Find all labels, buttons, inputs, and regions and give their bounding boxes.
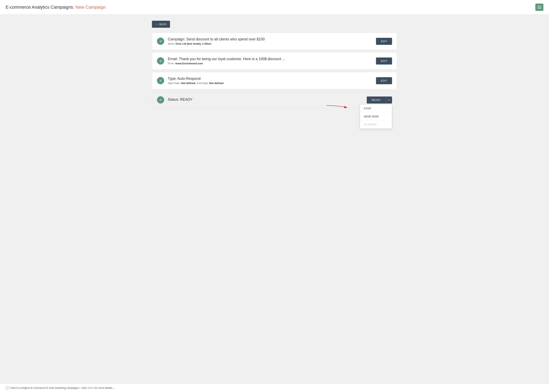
- campaign-check-icon: [157, 38, 164, 45]
- footer-text: How to configure E-commerce E-mail marke…: [10, 386, 87, 389]
- main-content: ← BACK Campaign: Send discount to all cl…: [144, 15, 405, 117]
- email-card: Email: Thank you for being our loyal cus…: [152, 52, 397, 70]
- status-card: Status: READY READY ▾ STOP SEND N: [152, 92, 397, 108]
- email-card-content: Email: Thank you for being our loyal cus…: [168, 57, 372, 65]
- type-check-icon: [157, 77, 164, 84]
- footer-link[interactable]: here: [88, 386, 93, 389]
- footer-suffix: for more details...: [94, 386, 114, 389]
- app-header: E-commerce Analytics Campaigns: New Camp…: [0, 0, 549, 15]
- activate-label: ACTIVATE: [364, 123, 377, 126]
- email-title: Email: Thank you for being our loyal cus…: [168, 57, 372, 61]
- status-card-content: Status: READY: [168, 98, 363, 103]
- email-check-icon: [157, 57, 164, 64]
- title-accent: New Campaign: [75, 5, 105, 10]
- ready-button-group: READY ▾ STOP SEND NOW ACTIVATE: [367, 97, 392, 104]
- dropdown-item-activate: ACTIVATE: [360, 121, 392, 128]
- ready-dropdown-arrow[interactable]: ▾: [386, 97, 392, 104]
- type-edit-button[interactable]: EDIT: [376, 77, 392, 84]
- app-footer: i How to configure E-commerce E-mail mar…: [0, 383, 549, 392]
- back-button[interactable]: ← BACK: [152, 21, 170, 28]
- status-title: Status: READY: [168, 98, 363, 102]
- campaign-card-content: Campaign: Send discount to all clients w…: [168, 37, 372, 45]
- email-subtitle-label: From:: [168, 62, 175, 65]
- title-prefix: E-commerce Analytics Campaigns:: [6, 5, 74, 10]
- type-title: Type: Auto-Respond: [168, 77, 372, 81]
- back-label: BACK: [159, 23, 166, 26]
- chevron-down-icon: ▾: [389, 99, 390, 101]
- page-title: E-commerce Analytics Campaigns: New Camp…: [6, 5, 106, 10]
- type-card: Type: Auto-Respond Start Date: Not defin…: [152, 72, 397, 89]
- stop-label: STOP: [364, 107, 371, 110]
- email-subtitle-value: team@octoboard.com: [175, 62, 203, 65]
- status-check-icon: [157, 96, 164, 104]
- email-edit-button[interactable]: EDIT: [376, 57, 392, 64]
- email-subtitle: From: team@octoboard.com: [168, 62, 372, 65]
- campaign-subtitle: Store: Octo Ltd (live mode), 1 filters: [168, 42, 372, 45]
- status-dropdown-menu: STOP SEND NOW ACTIVATE: [360, 104, 392, 129]
- dropdown-item-stop[interactable]: STOP: [360, 105, 392, 112]
- type-card-content: Type: Auto-Respond Start Date: Not defin…: [168, 77, 372, 85]
- campaign-subtitle-value: Octo Ltd (live mode), 1 filters: [175, 42, 211, 45]
- campaign-subtitle-label: Store:: [168, 42, 175, 45]
- type-start-date: Not defined: [181, 82, 195, 85]
- dropdown-item-send-now[interactable]: SEND NOW: [360, 112, 392, 121]
- back-icon: ←: [156, 23, 158, 26]
- type-subtitle: Start Date: Not defined, End Date: Not d…: [168, 82, 372, 85]
- info-icon: i: [6, 386, 9, 390]
- send-now-label: SEND NOW: [364, 115, 379, 118]
- menu-icon-line1: [537, 6, 541, 6]
- menu-icon-line2: [537, 7, 541, 7]
- send-now-arrow-indicator: [327, 102, 351, 114]
- menu-button[interactable]: [535, 4, 543, 11]
- type-end-date: Not defined: [209, 82, 224, 85]
- campaign-edit-button[interactable]: EDIT: [376, 38, 392, 45]
- ready-button-main[interactable]: READY: [367, 97, 386, 104]
- campaign-title: Campaign: Send discount to all clients w…: [168, 37, 372, 42]
- menu-icon-line3: [537, 8, 541, 9]
- campaign-card: Campaign: Send discount to all clients w…: [152, 33, 397, 50]
